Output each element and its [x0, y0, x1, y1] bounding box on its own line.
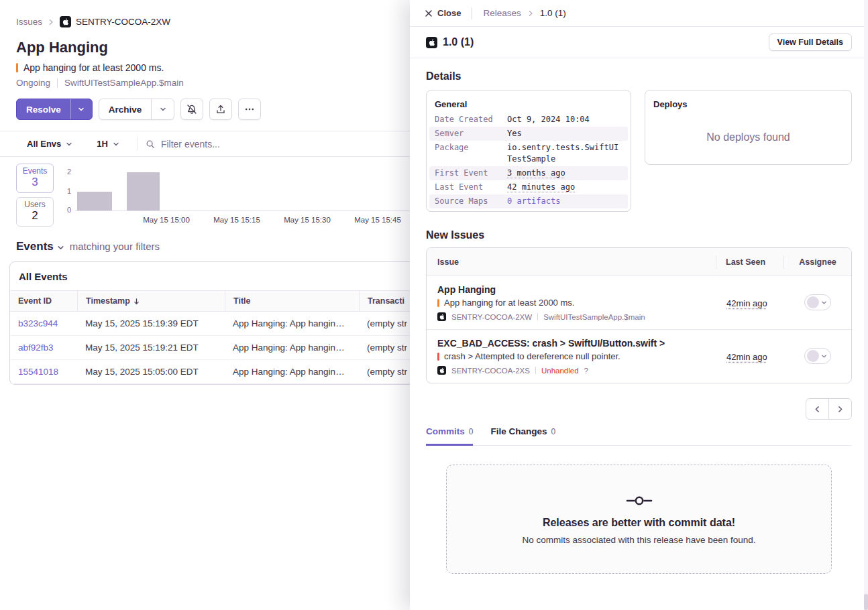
search-input[interactable] — [161, 139, 399, 149]
issue-action-bar: Resolve Archive — [16, 99, 394, 131]
level-indicator — [437, 353, 439, 361]
event-title: App Hanging: App hangin… — [225, 336, 359, 359]
users-stat-toggle[interactable]: Users 2 — [16, 197, 54, 227]
issue-details-page: Issues SENTRY-COCOA-2XW App Hanging App … — [0, 0, 410, 610]
drawer-body: Details General Date Created Oct 9, 2024… — [410, 58, 868, 610]
apple-platform-icon — [60, 16, 71, 27]
scrollbar-track[interactable] — [864, 0, 868, 610]
event-timestamp: May 15, 2025 15:19:39 EDT — [77, 312, 225, 335]
chevron-down-icon — [113, 141, 119, 147]
resolve-button[interactable]: Resolve — [17, 99, 70, 119]
issue-message-line: App hanging for at least 2000 ms. — [437, 298, 717, 308]
divider — [535, 367, 536, 374]
tab-commits[interactable]: Commits 0 — [426, 426, 473, 446]
events-bar-chart: 2 1 0 May 15 15:00 May 15 15:15 May 15 1… — [62, 164, 410, 227]
tab-file-changes[interactable]: File Changes 0 — [490, 426, 555, 446]
previous-page-button[interactable] — [806, 398, 829, 420]
issue-context: SwiftUITestSampleApp.$main — [543, 313, 645, 321]
chevron-down-icon — [160, 106, 166, 113]
issue-message-line: App hanging for at least 2000 ms. — [16, 62, 394, 73]
assignee-dropdown[interactable] — [804, 294, 831, 310]
event-id-link[interactable]: 15541018 — [10, 360, 77, 383]
events-section-toggle[interactable]: Events — [16, 240, 64, 253]
view-full-details-button[interactable]: View Full Details — [769, 34, 852, 51]
chart-bar — [127, 172, 160, 210]
column-header-issue: Issue — [427, 257, 716, 267]
events-stat-label: Events — [17, 166, 53, 176]
chevron-right-icon — [836, 406, 844, 413]
chevron-right-icon — [48, 19, 54, 25]
events-table-header: Event ID Timestamp Title Transacti — [10, 290, 410, 312]
environment-selector-label: All Envs — [27, 139, 61, 149]
column-header-event-id[interactable]: Event ID — [10, 291, 77, 311]
divider — [472, 7, 472, 19]
source-maps-link[interactable]: 0 artifacts — [507, 196, 560, 207]
resolve-dropdown-button[interactable] — [70, 99, 92, 119]
issue-project-slug: SENTRY-COCOA-2XS — [451, 367, 530, 375]
new-issues-heading: New Issues — [426, 229, 852, 241]
last-seen-value: 42min ago — [726, 352, 767, 362]
scrollbar-thumb[interactable] — [864, 594, 868, 610]
kv-value: io.sentry.tests.SwiftUITestSample — [507, 142, 622, 165]
x-axis-tick: May 15 15:00 — [143, 216, 190, 224]
issue-title-link[interactable]: App Hanging — [437, 284, 717, 295]
share-button[interactable] — [209, 99, 232, 120]
bell-slash-icon — [186, 104, 197, 115]
events-section-title: Events — [16, 240, 54, 253]
breadcrumb-project[interactable]: SENTRY-COCOA-2XW — [60, 16, 170, 27]
issue-title-link[interactable]: EXC_BAD_ACCESS: crash > SwiftUI/Button.s… — [437, 338, 717, 349]
issue-context: SwiftUITestSampleApp.$main — [64, 78, 184, 88]
general-card: General Date Created Oct 9, 2024 10:04 S… — [426, 90, 631, 212]
event-title: App Hanging: App hangin… — [225, 312, 359, 335]
issues-pagination — [426, 398, 852, 420]
kv-value: Yes — [507, 128, 522, 139]
mute-button[interactable] — [180, 99, 203, 120]
kv-key: Source Maps — [435, 196, 507, 207]
issue-assignee-cell — [784, 348, 851, 365]
unhandled-tag: Unhandled — [541, 367, 579, 375]
general-card-title: General — [429, 93, 628, 113]
breadcrumb-releases-link[interactable]: Releases — [483, 8, 521, 18]
event-transaction: (empty str — [359, 312, 410, 335]
new-issues-table-header: Issue Last Seen Assignee — [427, 248, 851, 276]
issue-project-slug: SENTRY-COCOA-2XW — [451, 313, 532, 321]
chevron-down-icon — [66, 141, 72, 147]
release-version-title: 1.0 (1) — [443, 36, 474, 48]
column-header-title[interactable]: Title — [225, 291, 359, 311]
issue-meta-line: SENTRY-COCOA-2XS Unhandled ? — [437, 366, 717, 375]
chevron-down-icon — [821, 353, 827, 359]
event-graph-section: Events 3 Users 2 2 1 0 May 15 15:00 May … — [0, 157, 410, 227]
date-range-selector[interactable]: 1H — [97, 139, 119, 149]
next-page-button[interactable] — [828, 398, 852, 420]
archive-button[interactable]: Archive — [99, 99, 152, 119]
all-events-panel: All Events Event ID Timestamp Title Tran… — [9, 261, 410, 385]
event-row: 15541018 May 15, 2025 15:05:00 EDT App H… — [10, 360, 410, 384]
events-stat-toggle[interactable]: Events 3 — [16, 164, 54, 193]
chart-bar — [77, 192, 112, 211]
archive-dropdown-button[interactable] — [151, 99, 174, 119]
kv-key: Last Event — [435, 182, 507, 193]
issue-message: crash > Attempted to dereference null po… — [444, 351, 620, 361]
event-search — [146, 139, 399, 149]
divider — [137, 137, 138, 151]
divider — [57, 78, 58, 88]
app-window: Issues SENTRY-COCOA-2XW App Hanging App … — [0, 0, 868, 610]
event-id-link[interactable]: b323c944 — [10, 312, 77, 335]
event-title: App Hanging: App hangin… — [225, 360, 359, 383]
breadcrumb-issues-link[interactable]: Issues — [16, 17, 42, 27]
environment-selector[interactable]: All Envs — [27, 139, 72, 149]
column-header-transaction[interactable]: Transacti — [359, 291, 410, 311]
event-id-link[interactable]: abf92fb3 — [10, 336, 77, 359]
close-drawer-button[interactable]: Close — [425, 8, 461, 18]
last-seen-value: 42min ago — [726, 298, 767, 308]
assignee-dropdown[interactable] — [804, 348, 831, 364]
column-header-assignee: Assignee — [784, 257, 851, 267]
chevron-left-icon — [814, 406, 821, 413]
column-header-timestamp[interactable]: Timestamp — [77, 291, 225, 311]
y-axis-tick: 1 — [62, 187, 71, 195]
kv-key: Semver — [435, 128, 507, 139]
help-icon[interactable]: ? — [584, 367, 588, 375]
tab-file-changes-label: File Changes — [490, 426, 547, 436]
issue-status-line: Ongoing SwiftUITestSampleApp.$main — [16, 78, 394, 88]
more-actions-button[interactable] — [238, 99, 261, 120]
